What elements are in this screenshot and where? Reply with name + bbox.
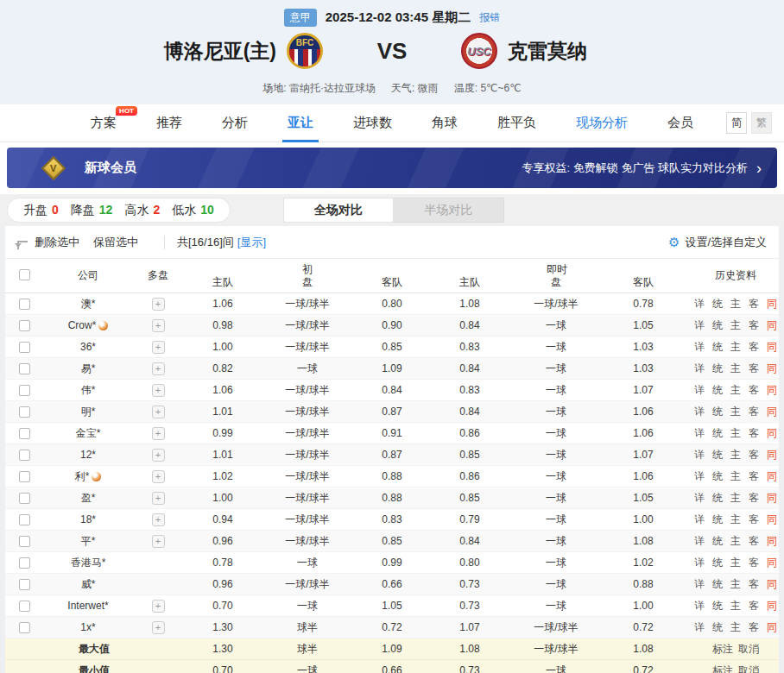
- delete-selected-button[interactable]: 删除选中: [35, 235, 79, 250]
- settings-button[interactable]: ⚙ 设置/选择自定义: [668, 235, 767, 250]
- tab-analysis[interactable]: 分析: [222, 104, 248, 142]
- history-link-4[interactable]: 客: [749, 405, 759, 419]
- row-checkbox[interactable]: [19, 385, 30, 396]
- row-checkbox[interactable]: [19, 299, 30, 310]
- vip-banner[interactable]: V 新球会员 专享权益: 免费解锁 免广告 球队实力对比分析 ›: [7, 148, 777, 188]
- history-link-5[interactable]: 同: [767, 513, 777, 527]
- history-link-3[interactable]: 主: [730, 577, 741, 592]
- history-link-5[interactable]: 同: [767, 469, 777, 484]
- history-link-2[interactable]: 统: [712, 534, 723, 549]
- history-link-2[interactable]: 统: [712, 297, 723, 311]
- history-link-3[interactable]: 主: [730, 318, 741, 333]
- history-link-1[interactable]: 详: [694, 513, 705, 527]
- history-link-2[interactable]: 统: [712, 599, 723, 613]
- select-all-checkbox[interactable]: [19, 269, 30, 280]
- history-link-5[interactable]: 同: [767, 577, 777, 592]
- history-link-5[interactable]: 同: [767, 362, 777, 376]
- chevron-right-icon[interactable]: ›: [756, 160, 762, 176]
- history-link-4[interactable]: 客: [749, 556, 759, 570]
- history-link-2[interactable]: 统: [712, 513, 723, 527]
- history-link-5[interactable]: 同: [767, 340, 777, 355]
- tab-plan[interactable]: 方案HOT: [91, 104, 117, 142]
- history-link-1[interactable]: 详: [694, 340, 705, 355]
- league-badge[interactable]: 意甲: [284, 9, 317, 27]
- tab-goals[interactable]: 进球数: [353, 104, 392, 142]
- row-checkbox[interactable]: [19, 601, 30, 612]
- history-link-3[interactable]: 主: [730, 599, 741, 613]
- lang-simplified-button[interactable]: 简: [726, 112, 747, 134]
- history-link-4[interactable]: 客: [749, 513, 759, 527]
- tab-full-match-compare[interactable]: 全场对比: [283, 198, 394, 223]
- history-link-2[interactable]: 统: [712, 491, 723, 506]
- history-link-3[interactable]: 主: [730, 405, 741, 419]
- history-link-3[interactable]: 主: [730, 362, 741, 376]
- history-link-2[interactable]: 统: [712, 448, 723, 462]
- history-link-3[interactable]: 主: [730, 340, 741, 355]
- row-checkbox[interactable]: [19, 536, 30, 547]
- multi-odds-expand-button[interactable]: +: [152, 600, 165, 613]
- history-link-3[interactable]: 主: [730, 620, 741, 635]
- row-checkbox[interactable]: [19, 579, 30, 590]
- row-checkbox[interactable]: [19, 406, 30, 418]
- history-link-3[interactable]: 主: [730, 513, 741, 527]
- tab-live-analysis[interactable]: 现场分析: [576, 104, 628, 142]
- history-link-2[interactable]: 统: [712, 383, 723, 398]
- row-checkbox[interactable]: [19, 342, 30, 353]
- history-link-1[interactable]: 详: [694, 448, 705, 462]
- history-link-5[interactable]: 同: [767, 448, 777, 462]
- cancel-link[interactable]: 取消: [738, 642, 759, 657]
- history-link-4[interactable]: 客: [749, 491, 759, 506]
- history-link-1[interactable]: 详: [694, 556, 705, 570]
- report-error-link[interactable]: 报错: [479, 10, 500, 25]
- history-link-5[interactable]: 同: [767, 318, 777, 333]
- history-link-2[interactable]: 统: [712, 318, 723, 333]
- history-link-2[interactable]: 统: [712, 556, 723, 570]
- history-link-5[interactable]: 同: [767, 599, 777, 613]
- history-link-1[interactable]: 详: [694, 297, 705, 311]
- multi-odds-expand-button[interactable]: +: [152, 427, 165, 440]
- history-link-1[interactable]: 详: [694, 620, 705, 635]
- history-link-4[interactable]: 客: [749, 448, 759, 462]
- history-link-2[interactable]: 统: [712, 469, 723, 484]
- row-checkbox[interactable]: [19, 622, 30, 633]
- history-link-5[interactable]: 同: [767, 383, 777, 398]
- history-link-5[interactable]: 同: [767, 620, 777, 635]
- keep-selected-button[interactable]: 保留选中: [93, 235, 138, 250]
- multi-odds-expand-button[interactable]: +: [152, 319, 165, 332]
- history-link-1[interactable]: 详: [694, 491, 705, 506]
- history-link-3[interactable]: 主: [730, 469, 741, 484]
- cancel-link[interactable]: 取消: [738, 664, 759, 673]
- history-link-4[interactable]: 客: [749, 362, 759, 376]
- history-link-2[interactable]: 统: [712, 340, 723, 355]
- multi-odds-expand-button[interactable]: +: [152, 621, 165, 634]
- history-link-2[interactable]: 统: [712, 405, 723, 419]
- tab-member[interactable]: 会员: [667, 104, 693, 142]
- history-link-1[interactable]: 详: [694, 362, 705, 376]
- history-link-1[interactable]: 详: [694, 469, 705, 484]
- history-link-3[interactable]: 主: [730, 534, 741, 549]
- history-link-1[interactable]: 详: [694, 405, 705, 419]
- history-link-4[interactable]: 客: [749, 297, 759, 311]
- row-checkbox[interactable]: [19, 450, 30, 461]
- history-link-1[interactable]: 详: [694, 599, 705, 613]
- history-link-3[interactable]: 主: [730, 297, 741, 311]
- show-link[interactable]: [显示]: [237, 235, 266, 250]
- history-link-4[interactable]: 客: [749, 534, 759, 549]
- row-checkbox[interactable]: [19, 363, 30, 374]
- mark-link[interactable]: 标注: [712, 642, 733, 657]
- multi-odds-expand-button[interactable]: +: [152, 384, 165, 397]
- history-link-4[interactable]: 客: [749, 620, 759, 635]
- tab-half-match-compare[interactable]: 半场对比: [394, 198, 504, 223]
- row-checkbox[interactable]: [19, 514, 30, 525]
- tab-1x2[interactable]: 胜平负: [497, 104, 536, 142]
- history-link-5[interactable]: 同: [767, 491, 777, 506]
- history-link-4[interactable]: 客: [749, 383, 759, 398]
- row-checkbox[interactable]: [19, 320, 30, 331]
- history-link-2[interactable]: 统: [712, 362, 723, 376]
- history-link-5[interactable]: 同: [767, 297, 777, 311]
- history-link-5[interactable]: 同: [767, 426, 777, 441]
- history-link-3[interactable]: 主: [730, 426, 741, 441]
- history-link-4[interactable]: 客: [749, 469, 759, 484]
- history-link-1[interactable]: 详: [694, 534, 705, 549]
- history-link-4[interactable]: 客: [749, 599, 759, 613]
